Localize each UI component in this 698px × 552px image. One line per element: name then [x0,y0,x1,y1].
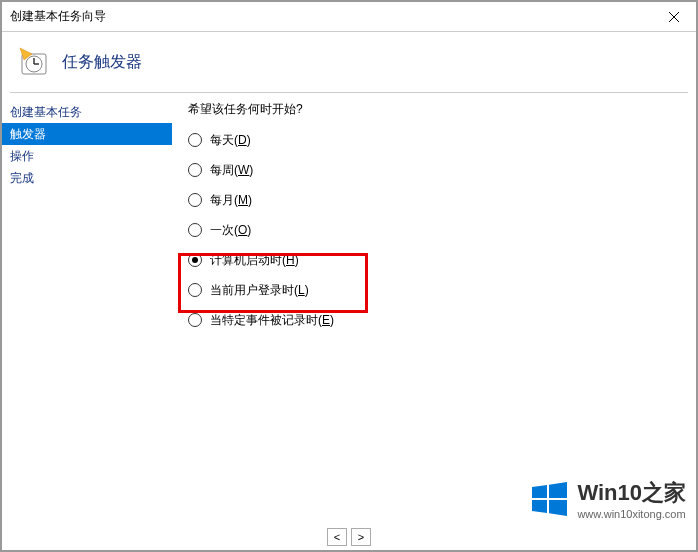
svg-marker-9 [532,500,547,513]
sidebar-step-create-task[interactable]: 创建基本任务 [2,101,172,123]
window-title: 创建基本任务向导 [10,8,106,25]
watermark-url: www.win10xitong.com [577,508,686,520]
radio-icon[interactable] [188,163,202,177]
option-label: 每月(M) [210,192,252,209]
trigger-prompt: 希望该任务何时开始? [188,101,696,118]
sidebar-step-action[interactable]: 操作 [2,145,172,167]
option-label: 当前用户登录时(L) [210,282,309,299]
windows-logo-icon [529,479,569,519]
pager-prev-button[interactable]: < [327,528,347,546]
watermark-brand: Win10之家 [577,478,686,508]
radio-icon[interactable] [188,313,202,327]
pager-next-button[interactable]: > [351,528,371,546]
watermark: Win10之家 www.win10xitong.com [529,478,686,520]
wizard-header: 任务触发器 [2,32,696,92]
option-label: 当特定事件被记录时(E) [210,312,334,329]
trigger-options: 每天(D) 每周(W) 每月(M) 一次(O) 计算机启动时(H) [188,130,696,330]
wizard-window: 创建基本任务向导 任务触发器 创建基本任务 触发器 操作 完成 希望该任务何时开… [2,2,696,550]
option-label: 计算机启动时(H) [210,252,299,269]
radio-icon[interactable] [188,253,202,267]
radio-icon[interactable] [188,193,202,207]
titlebar: 创建基本任务向导 [2,2,696,32]
option-daily[interactable]: 每天(D) [188,130,696,150]
option-label: 每天(D) [210,132,251,149]
option-at-logon[interactable]: 当前用户登录时(L) [188,280,696,300]
radio-icon[interactable] [188,133,202,147]
option-on-event[interactable]: 当特定事件被记录时(E) [188,310,696,330]
wizard-main-panel: 希望该任务何时开始? 每天(D) 每周(W) 每月(M) 一次(O) [172,93,696,453]
option-weekly[interactable]: 每周(W) [188,160,696,180]
option-label: 一次(O) [210,222,251,239]
wizard-page-title: 任务触发器 [62,52,142,73]
close-button[interactable] [651,2,696,31]
option-monthly[interactable]: 每月(M) [188,190,696,210]
wizard-steps-sidebar: 创建基本任务 触发器 操作 完成 [2,93,172,453]
svg-marker-7 [532,485,547,498]
close-icon [669,12,679,22]
pager: < > [327,528,371,546]
radio-icon[interactable] [188,283,202,297]
task-scheduler-icon [18,46,50,78]
sidebar-step-trigger[interactable]: 触发器 [2,123,172,145]
option-label: 每周(W) [210,162,253,179]
option-at-startup[interactable]: 计算机启动时(H) [188,250,696,270]
sidebar-step-finish[interactable]: 完成 [2,167,172,189]
svg-marker-8 [549,482,567,498]
svg-marker-10 [549,500,567,516]
option-once[interactable]: 一次(O) [188,220,696,240]
wizard-content: 创建基本任务 触发器 操作 完成 希望该任务何时开始? 每天(D) 每周(W) … [2,93,696,453]
radio-icon[interactable] [188,223,202,237]
